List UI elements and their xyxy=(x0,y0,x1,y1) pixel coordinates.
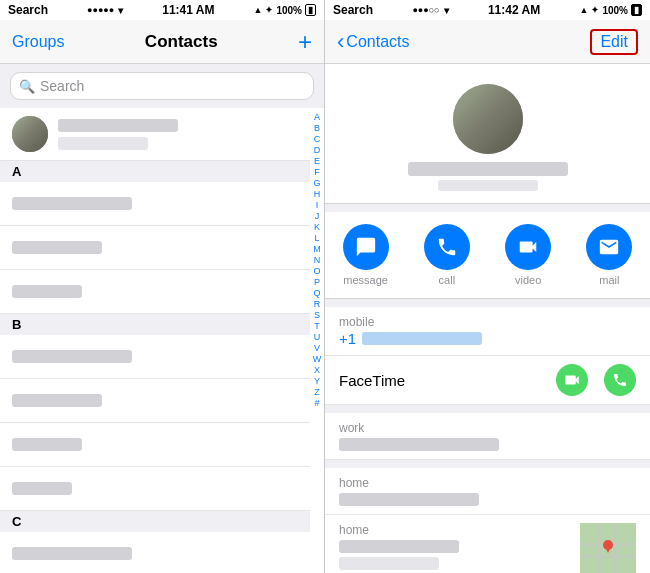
call-icon xyxy=(424,224,470,270)
index-c[interactable]: C xyxy=(314,134,321,144)
search-input[interactable]: Search xyxy=(40,78,84,94)
index-s[interactable]: S xyxy=(314,310,320,320)
index-z[interactable]: Z xyxy=(314,387,320,397)
left-status-right: ▲ ✦ 100% ▮ xyxy=(253,4,316,16)
add-contact-button[interactable]: + xyxy=(298,30,312,54)
mobile-row[interactable]: mobile +1 xyxy=(325,307,650,356)
svg-rect-4 xyxy=(614,523,617,573)
index-v[interactable]: V xyxy=(314,343,320,353)
index-e[interactable]: E xyxy=(314,156,320,166)
home1-label: home xyxy=(339,476,636,490)
groups-button[interactable]: Groups xyxy=(12,33,64,51)
blurred-phone xyxy=(362,332,482,345)
blurred-text xyxy=(12,394,102,407)
facetime-video-button[interactable] xyxy=(556,364,588,396)
message-label: message xyxy=(343,274,388,286)
left-time: 11:41 AM xyxy=(162,3,214,17)
message-action[interactable]: message xyxy=(343,224,389,286)
section-header-c: C xyxy=(0,511,310,532)
mail-icon xyxy=(586,224,632,270)
index-h[interactable]: H xyxy=(314,189,321,199)
map-thumbnail[interactable] xyxy=(580,523,636,573)
right-signal: ●●●○○ xyxy=(412,5,439,15)
action-buttons-row: message call video mail xyxy=(325,212,650,299)
work-section: work xyxy=(325,413,650,460)
facetime-row: FaceTime xyxy=(325,356,650,405)
index-y[interactable]: Y xyxy=(314,376,320,386)
contact-name-blurred xyxy=(408,162,568,176)
index-u[interactable]: U xyxy=(314,332,321,342)
contact-name-blur xyxy=(58,119,298,150)
video-action[interactable]: video xyxy=(505,224,551,286)
section-header-a: A xyxy=(0,161,310,182)
right-status-right: ▲ ✦ 100% ▮ xyxy=(580,4,643,16)
video-label: video xyxy=(515,274,541,286)
back-button[interactable]: Contacts xyxy=(337,29,409,55)
facetime-phone-button[interactable] xyxy=(604,364,636,396)
list-item[interactable] xyxy=(0,379,310,423)
list-item[interactable] xyxy=(0,532,310,573)
index-o[interactable]: O xyxy=(313,266,320,276)
index-t[interactable]: T xyxy=(314,321,320,331)
index-k[interactable]: K xyxy=(314,222,320,232)
svg-rect-2 xyxy=(580,555,636,558)
blurred-text xyxy=(12,241,102,254)
right-location-icon: ▲ xyxy=(580,5,589,15)
home1-row[interactable]: home xyxy=(325,468,650,515)
work-label: work xyxy=(339,421,636,435)
list-item[interactable] xyxy=(0,226,310,270)
right-wifi-icon: ▾ xyxy=(444,5,449,16)
mail-label: mail xyxy=(599,274,619,286)
index-a[interactable]: A xyxy=(314,112,320,122)
mail-action[interactable]: mail xyxy=(586,224,632,286)
home2-value-blurred2 xyxy=(339,557,439,570)
index-b[interactable]: B xyxy=(314,123,320,133)
blurred-text xyxy=(58,119,178,132)
list-item[interactable] xyxy=(0,335,310,379)
index-sidebar[interactable]: A B C D E F G H I J K L M N O P Q R S T … xyxy=(310,108,324,573)
index-r[interactable]: R xyxy=(314,299,321,309)
right-bt-icon: ✦ xyxy=(591,5,599,15)
index-f[interactable]: F xyxy=(314,167,320,177)
index-w[interactable]: W xyxy=(313,354,322,364)
work-row[interactable]: work xyxy=(325,413,650,460)
left-panel: Search ●●●●● ▾ 11:41 AM ▲ ✦ 100% ▮ Group… xyxy=(0,0,325,573)
facetime-icons xyxy=(556,364,636,396)
index-q[interactable]: Q xyxy=(313,288,320,298)
home2-row[interactable]: home xyxy=(325,515,650,573)
index-hash[interactable]: # xyxy=(314,398,319,408)
left-battery-icon: ▮ xyxy=(305,4,316,16)
edit-button[interactable]: Edit xyxy=(590,29,638,55)
home1-value-blurred xyxy=(339,493,479,506)
right-time: 11:42 AM xyxy=(488,3,540,17)
contacts-title: Contacts xyxy=(145,32,218,52)
index-n[interactable]: N xyxy=(314,255,321,265)
list-item[interactable] xyxy=(0,270,310,314)
contacts-scroll: A B C xyxy=(0,108,310,573)
list-item[interactable] xyxy=(0,182,310,226)
search-input-wrap[interactable]: 🔍 Search xyxy=(10,72,314,100)
home2-value-blurred xyxy=(339,540,459,553)
list-item[interactable] xyxy=(0,423,310,467)
call-action[interactable]: call xyxy=(424,224,470,286)
mobile-value-row: +1 xyxy=(339,329,636,347)
index-p[interactable]: P xyxy=(314,277,320,287)
right-battery: 100% xyxy=(602,5,628,16)
index-x[interactable]: X xyxy=(314,365,320,375)
left-signal: ●●●●● xyxy=(87,5,114,15)
contact-avatar-large xyxy=(453,84,523,154)
index-g[interactable]: G xyxy=(313,178,320,188)
right-carrier: Search xyxy=(333,3,373,17)
index-j[interactable]: J xyxy=(315,211,320,221)
list-item[interactable] xyxy=(0,108,310,161)
video-icon xyxy=(505,224,551,270)
index-m[interactable]: M xyxy=(313,244,321,254)
facetime-label: FaceTime xyxy=(339,372,405,389)
left-location-icon: ▲ xyxy=(253,5,262,15)
index-i[interactable]: I xyxy=(316,200,319,210)
chevron-left-icon xyxy=(337,29,344,55)
blurred-text xyxy=(12,197,132,210)
list-item[interactable] xyxy=(0,467,310,511)
index-l[interactable]: L xyxy=(314,233,319,243)
index-d[interactable]: D xyxy=(314,145,321,155)
